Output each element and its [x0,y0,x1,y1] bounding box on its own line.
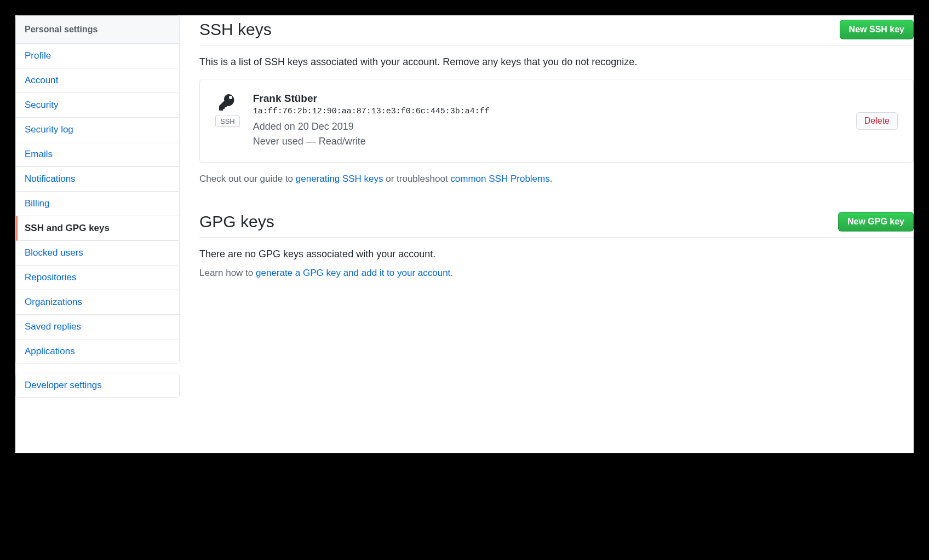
gpg-guide-text: Learn how to generate a GPG key and add … [199,268,914,279]
ssh-key-status: Never used — Read/write [253,134,843,149]
generate-gpg-key-link[interactable]: generate a GPG key and add it to your ac… [256,268,450,278]
ssh-description: This is a list of SSH keys associated wi… [199,56,914,68]
ssh-key-name: Frank Stüber [253,93,843,105]
ssh-key-fingerprint: 1a:ff:76:2b:12:90:aa:87:13:e3:f0:6c:445:… [253,107,843,116]
sidebar-item-developer-settings[interactable]: Developer settings [16,373,179,397]
new-ssh-key-button[interactable]: New SSH key [840,20,914,39]
settings-sidebar: Personal settings Profile Account Securi… [15,15,180,453]
ssh-guide-middle: or troubleshoot [383,174,450,184]
key-icon [217,93,237,112]
sidebar-item-notifications[interactable]: Notifications [16,167,179,192]
sidebar-item-billing[interactable]: Billing [16,192,179,216]
gpg-guide-suffix: . [450,268,453,278]
ssh-guide-suffix: . [550,174,553,184]
sidebar-item-security-log[interactable]: Security log [16,118,179,142]
generating-ssh-keys-link[interactable]: generating SSH keys [296,174,383,184]
common-ssh-problems-link[interactable]: common SSH Problems [450,174,549,184]
ssh-key-icon-column: SSH [215,93,240,127]
sidebar-item-account[interactable]: Account [16,68,179,93]
sidebar-item-ssh-gpg-keys[interactable]: SSH and GPG keys [16,216,179,241]
ssh-guide-prefix: Check out our guide to [199,174,296,184]
developer-settings-menu: Developer settings [15,373,180,398]
gpg-section-header: GPG keys New GPG key [199,212,914,238]
ssh-key-info: Frank Stüber 1a:ff:76:2b:12:90:aa:87:13:… [253,93,843,149]
sidebar-item-blocked-users[interactable]: Blocked users [16,241,179,265]
sidebar-item-security[interactable]: Security [16,93,179,118]
ssh-key-entry: SSH Frank Stüber 1a:ff:76:2b:12:90:aa:87… [199,79,914,163]
sidebar-item-organizations[interactable]: Organizations [16,290,179,315]
sidebar-item-profile[interactable]: Profile [16,44,179,68]
sidebar-item-applications[interactable]: Applications [16,339,179,363]
gpg-keys-title: GPG keys [199,212,274,231]
ssh-section-header: SSH keys New SSH key [199,20,914,45]
ssh-guide-text: Check out our guide to generating SSH ke… [199,174,914,184]
ssh-key-added: Added on 20 Dec 2019 [253,119,843,134]
personal-settings-menu: Personal settings Profile Account Securi… [15,15,180,364]
sidebar-header: Personal settings [16,16,179,44]
sidebar-item-repositories[interactable]: Repositories [16,265,179,290]
ssh-badge: SSH [215,116,240,127]
sidebar-item-emails[interactable]: Emails [16,142,179,167]
main-content: SSH keys New SSH key This is a list of S… [180,15,914,453]
sidebar-item-saved-replies[interactable]: Saved replies [16,315,179,339]
new-gpg-key-button[interactable]: New GPG key [838,212,914,232]
gpg-description: There are no GPG keys associated with yo… [199,249,914,260]
ssh-keys-title: SSH keys [199,20,272,39]
delete-ssh-key-button[interactable]: Delete [856,112,898,130]
gpg-guide-prefix: Learn how to [199,268,256,278]
